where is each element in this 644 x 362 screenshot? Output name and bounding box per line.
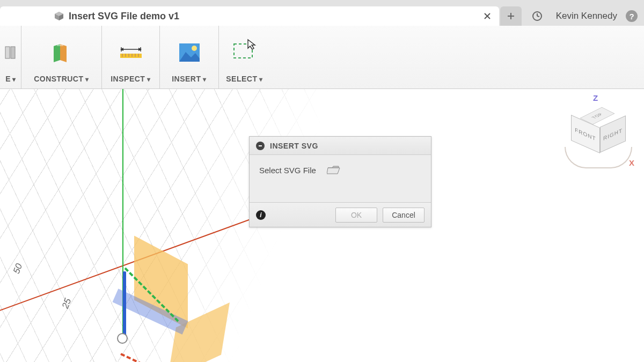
- insert-icon: [178, 30, 201, 75]
- info-icon[interactable]: i: [256, 210, 266, 220]
- toolbar-group-insert[interactable]: INSERT: [160, 26, 219, 88]
- z-axis: [123, 271, 126, 341]
- origin-point[interactable]: [117, 333, 128, 344]
- cancel-button[interactable]: Cancel: [383, 208, 425, 223]
- axis-label-x: X: [629, 158, 634, 167]
- document-tab[interactable]: Insert SVG File demo v1: [0, 6, 499, 26]
- toolbar-label-partial: E: [5, 75, 16, 83]
- select-file-label: Select SVG File: [259, 166, 316, 175]
- toolbar-label-construct: CONSTRUCT: [34, 75, 89, 83]
- svg-marker-17: [138, 48, 142, 51]
- insert-svg-dialog: INSERT SVG Select SVG File i OK Cancel: [249, 136, 431, 227]
- toolbar-label-inspect: INSPECT: [111, 75, 151, 83]
- collapse-icon[interactable]: [256, 142, 265, 150]
- toolbar-group-select[interactable]: SELECT: [219, 26, 270, 88]
- dialog-header[interactable]: INSERT SVG: [250, 137, 431, 155]
- svg-marker-16: [120, 48, 123, 51]
- ok-button[interactable]: OK: [335, 208, 377, 223]
- toolbar-label-insert: INSERT: [172, 75, 207, 83]
- user-name[interactable]: Kevin Kennedy: [556, 11, 617, 21]
- svg-point-28: [192, 46, 197, 51]
- new-tab-button[interactable]: [500, 6, 522, 26]
- svg-rect-11: [11, 47, 15, 58]
- toolbar-group-partial[interactable]: E: [0, 26, 21, 88]
- toolbar: E CONSTRUCT INSPECT INSERT SELECT: [0, 26, 644, 89]
- tab-title: Insert SVG File demo v1: [69, 11, 179, 22]
- inspect-icon: [118, 30, 144, 75]
- svg-marker-13: [60, 44, 67, 62]
- folder-icon[interactable]: [327, 165, 341, 175]
- svg-marker-14: [57, 43, 63, 46]
- svg-marker-31: [248, 40, 255, 49]
- svg-line-9: [537, 16, 539, 17]
- svg-rect-10: [5, 47, 10, 58]
- viewport-canvas[interactable]: 50 25 Z TOP FRONT RIGHT X INSERT SVG Sel…: [0, 89, 644, 362]
- cube-icon: [54, 11, 64, 21]
- tab-bar: Insert SVG File demo v1 Kevin Kennedy ?: [0, 6, 644, 26]
- construct-icon: [49, 30, 74, 75]
- view-cube[interactable]: Z TOP FRONT RIGHT X: [569, 100, 628, 164]
- toolbar-group-inspect[interactable]: INSPECT: [102, 26, 160, 88]
- select-icon: [232, 30, 258, 75]
- svg-marker-12: [54, 44, 60, 62]
- toolbar-label-select: SELECT: [226, 75, 263, 83]
- clock-icon[interactable]: [531, 10, 543, 22]
- svg-marker-34: [327, 168, 340, 174]
- viewcube-compass[interactable]: [565, 147, 632, 168]
- close-icon[interactable]: [482, 11, 493, 21]
- toolbar-group-construct[interactable]: CONSTRUCT: [21, 26, 102, 88]
- dialog-title: INSERT SVG: [270, 142, 318, 150]
- axis-label-z: Z: [593, 93, 598, 102]
- help-icon[interactable]: ?: [626, 10, 638, 22]
